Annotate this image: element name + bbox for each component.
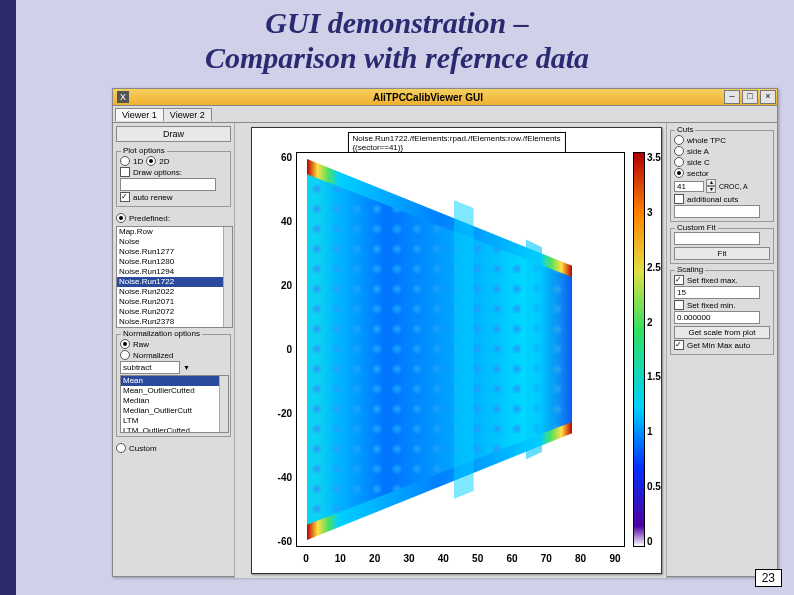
radio-sector[interactable]	[674, 168, 684, 178]
label-draw-options: Draw options:	[133, 168, 182, 177]
radio-raw[interactable]	[120, 339, 130, 349]
tab-viewer-1[interactable]: Viewer 1	[115, 108, 164, 121]
scrollbar[interactable]	[219, 376, 228, 432]
right-panel: Cuts whole TPC side A side C sector 41 ▴…	[666, 123, 777, 578]
label-whole-tpc: whole TPC	[687, 136, 726, 145]
sector-value[interactable]: 41	[674, 181, 704, 192]
label-1d: 1D	[133, 157, 143, 166]
plot-canvas[interactable]: Noise.Run1722./fElements:rpad./fElements…	[251, 127, 662, 574]
plot-panel: Noise.Run1722./fElements:rpad./fElements…	[235, 123, 666, 578]
slide-number: 23	[755, 569, 782, 587]
label-set-max: Set fixed max.	[687, 276, 738, 285]
label-croc: CROC, A	[719, 183, 748, 190]
predefined-listbox[interactable]: Map.RowNoiseNoise.Run1277Noise.Run1280No…	[116, 226, 233, 328]
heatmap	[297, 153, 624, 546]
checkbox-draw-options[interactable]	[120, 167, 130, 177]
cuts-legend: Cuts	[675, 125, 695, 134]
label-predefined: Predefined:	[129, 214, 170, 223]
label-raw: Raw	[133, 340, 149, 349]
radio-predefined[interactable]	[116, 213, 126, 223]
predefined-item[interactable]: Noise.Run2071	[117, 297, 232, 307]
predefined-item[interactable]: Noise	[117, 237, 232, 247]
spinner-up-icon[interactable]: ▴	[706, 179, 716, 186]
predefined-item[interactable]: Noise.Run1277	[117, 247, 232, 257]
scrollbar[interactable]	[223, 227, 232, 327]
checkbox-set-max[interactable]	[674, 275, 684, 285]
radio-custom[interactable]	[116, 443, 126, 453]
colorbar	[633, 152, 645, 547]
window-title: AliTPCCalibViewer GUI	[133, 92, 723, 103]
colorbar-ticks: 3.532.521.510.50	[647, 152, 661, 547]
plot-options-legend: Plot options	[121, 146, 167, 155]
slide-title-line2: Comparison with refernce data	[205, 41, 589, 74]
tab-viewer-2[interactable]: Viewer 2	[163, 108, 212, 121]
checkbox-auto-renew[interactable]	[120, 192, 130, 202]
radio-normalized[interactable]	[120, 350, 130, 360]
predefined-item[interactable]: Noise.Run1722	[117, 277, 232, 287]
sector-spinner[interactable]: 41 ▴▾	[674, 179, 716, 193]
maximize-button[interactable]: □	[742, 90, 758, 104]
radio-side-a[interactable]	[674, 146, 684, 156]
checkbox-set-min[interactable]	[674, 300, 684, 310]
min-input[interactable]	[674, 311, 760, 324]
label-get-minmax-auto: Get Min Max auto	[687, 341, 750, 350]
scaling-legend: Scaling	[675, 265, 705, 274]
y-axis-ticks: 6040200-20-40-60	[256, 152, 292, 547]
draw-button[interactable]: Draw	[116, 126, 231, 142]
label-set-min: Set fixed min.	[687, 301, 735, 310]
predefined-item[interactable]: Noise.Run2072	[117, 307, 232, 317]
cuts-group: Cuts whole TPC side A side C sector 41 ▴…	[670, 130, 774, 222]
get-scale-button[interactable]: Get scale from plot	[674, 326, 770, 339]
viewer-tabs: Viewer 1 Viewer 2	[113, 106, 777, 123]
checkbox-additional-cuts[interactable]	[674, 194, 684, 204]
checkbox-get-minmax-auto[interactable]	[674, 340, 684, 350]
label-custom: Custom	[129, 444, 157, 453]
radio-1d[interactable]	[120, 156, 130, 166]
titlebar: X AliTPCCalibViewer GUI – □ ×	[113, 89, 777, 106]
label-2d: 2D	[159, 157, 169, 166]
predefined-item[interactable]: Noise.Run2380	[117, 327, 232, 328]
plot-options-group: Plot options 1D 2D Draw options: auto re…	[116, 151, 231, 207]
app-window: X AliTPCCalibViewer GUI – □ × Viewer 1 V…	[112, 88, 778, 577]
app-icon: X	[117, 91, 129, 103]
radio-2d[interactable]	[146, 156, 156, 166]
fit-button[interactable]: Fit	[674, 247, 770, 260]
label-additional-cuts: additional cuts	[687, 195, 738, 204]
predefined-item[interactable]: Noise.Run2378	[117, 317, 232, 327]
label-auto-renew: auto renew	[133, 193, 173, 202]
label-side-c: side C	[687, 158, 710, 167]
normalization-legend: Normalization options	[121, 329, 202, 338]
minimize-button[interactable]: –	[724, 90, 740, 104]
normalization-method-item[interactable]: Median_OutlierCutt	[121, 406, 228, 416]
radio-whole-tpc[interactable]	[674, 135, 684, 145]
normalization-method-item[interactable]: Mean	[121, 376, 228, 386]
predefined-item[interactable]: Noise.Run1280	[117, 257, 232, 267]
left-panel: Draw Plot options 1D 2D Draw options: au…	[113, 123, 235, 578]
normalization-group: Normalization options Raw Normalized ▼ M…	[116, 334, 231, 437]
close-button[interactable]: ×	[760, 90, 776, 104]
predefined-item[interactable]: Noise.Run1294	[117, 267, 232, 277]
label-side-a: side A	[687, 147, 709, 156]
slide-title-line1: GUI demonstration –	[265, 6, 528, 39]
max-input[interactable]	[674, 286, 760, 299]
draw-options-input[interactable]	[120, 178, 216, 191]
additional-cuts-input[interactable]	[674, 205, 760, 218]
predefined-item[interactable]: Map.Row	[117, 227, 232, 237]
label-normalized: Normalized	[133, 351, 173, 360]
scaling-group: Scaling Set fixed max. Set fixed min. Ge…	[670, 270, 774, 355]
custom-fit-group: Custom Fit Fit	[670, 228, 774, 264]
label-sector: sector	[687, 169, 709, 178]
predefined-item[interactable]: Noise.Run2022	[117, 287, 232, 297]
normalization-method-item[interactable]: Mean_OutlierCutted	[121, 386, 228, 396]
custom-fit-legend: Custom Fit	[675, 223, 718, 232]
normalization-method-item[interactable]: Median	[121, 396, 228, 406]
normalization-method-item[interactable]: LTM	[121, 416, 228, 426]
normalization-method-item[interactable]: LTM_OutlierCutted	[121, 426, 228, 433]
radio-side-c[interactable]	[674, 157, 684, 167]
plot-frame	[296, 152, 625, 547]
normalization-type-select[interactable]	[120, 361, 180, 374]
custom-fit-input[interactable]	[674, 232, 760, 245]
normalization-methods-listbox[interactable]: MeanMean_OutlierCuttedMedianMedian_Outli…	[120, 375, 229, 433]
plot-title: Noise.Run1722./fElements:rpad./fElements…	[347, 132, 565, 154]
spinner-down-icon[interactable]: ▾	[706, 186, 716, 193]
